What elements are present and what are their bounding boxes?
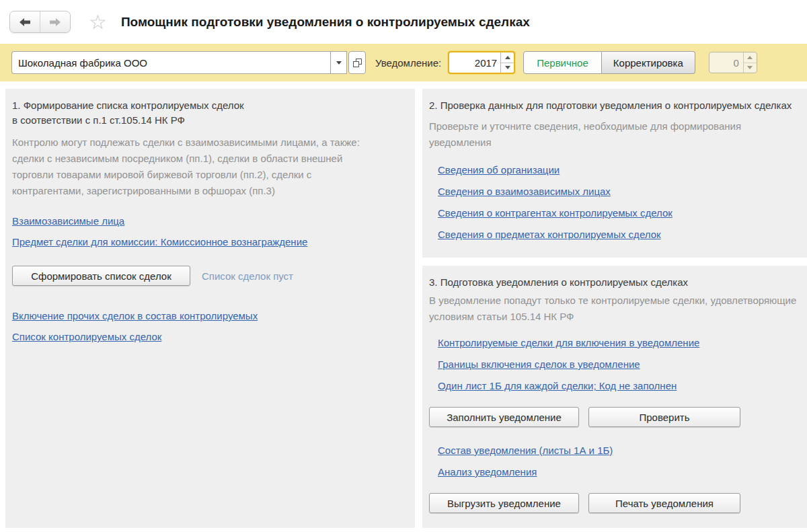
spin-down-icon — [747, 66, 753, 69]
correction-number-input: 0 — [709, 52, 743, 73]
link-commission-subject[interactable]: Предмет сделки для комиссии: Комиссионно… — [12, 237, 307, 248]
print-notification-button[interactable]: Печать уведомления — [588, 493, 740, 513]
primary-toggle-button[interactable]: Первичное — [523, 51, 602, 74]
header-bar: ☆ Помощник подготовки уведомления о конт… — [0, 0, 807, 44]
organization-choose-button[interactable] — [348, 51, 366, 74]
forward-button[interactable] — [40, 11, 70, 32]
step1-description: Контролю могут подлежать сделки с взаимо… — [12, 135, 362, 199]
right-column: 2. Проверка данных для подготовки уведом… — [422, 89, 807, 532]
year-spin-up-button[interactable] — [501, 52, 514, 63]
choose-window-icon — [353, 59, 362, 67]
step1-title-line1: 1. Формирование списка контролируемых сд… — [12, 98, 408, 113]
correction-toggle-button[interactable]: Корректировка — [602, 51, 695, 74]
link-controlled-transactions-list[interactable]: Список контролируемых сделок — [12, 332, 161, 342]
form-transaction-list-button[interactable]: Сформировать список сделок — [12, 266, 190, 286]
link-inclusion-boundaries[interactable]: Границы включения сделок в уведомление — [438, 359, 640, 370]
correction-spin-down-button — [744, 63, 757, 73]
main-area: 1. Формирование списка контролируемых сд… — [0, 81, 807, 532]
correction-spin-up-button — [744, 52, 757, 63]
spin-up-icon — [505, 56, 510, 59]
step3-panel: 3. Подготовка уведомления о контролируем… — [422, 266, 807, 528]
empty-list-note: Список сделок пуст — [202, 270, 293, 282]
link-notification-contents[interactable]: Состав уведомления (листы 1А и 1Б) — [438, 445, 613, 456]
link-organization-info[interactable]: Сведения об организации — [438, 165, 560, 176]
spin-up-icon — [747, 56, 753, 59]
year-field-group: 2017 — [448, 51, 515, 74]
step2-panel: 2. Проверка данных для подготовки уведом… — [422, 89, 807, 258]
back-arrow-icon — [18, 17, 32, 27]
link-notification-analysis[interactable]: Анализ уведомления — [438, 467, 537, 478]
spin-down-icon — [505, 66, 510, 69]
nav-button-group — [9, 11, 71, 33]
link-sheet-1b-per-transaction[interactable]: Один лист 1Б для каждой сделки; Код не з… — [438, 381, 677, 391]
link-interdependent-info[interactable]: Сведения о взаимозависимых лицах — [438, 186, 611, 197]
step1-title-line2: в соответствии с п.1 ст.105.14 НК РФ — [12, 113, 408, 128]
step1-title: 1. Формирование списка контролируемых сд… — [12, 98, 408, 128]
back-button[interactable] — [10, 11, 40, 32]
step2-title: 2. Проверка данных для подготовки уведом… — [429, 98, 800, 113]
link-interdependent-persons[interactable]: Взаимозависимые лица — [12, 216, 124, 227]
notification-type-toggle: Первичное Корректировка — [523, 51, 695, 74]
organization-combobox: Шоколадная фабрика ООО — [11, 51, 366, 74]
favorite-star-icon[interactable]: ☆ — [89, 12, 107, 32]
link-transaction-subjects-info[interactable]: Сведения о предметах контролируемых сдел… — [438, 229, 661, 240]
link-include-other-transactions[interactable]: Включение прочих сделок в состав контрол… — [12, 311, 258, 321]
chevron-down-icon — [336, 61, 342, 65]
step1-panel: 1. Формирование списка контролируемых сд… — [5, 89, 415, 528]
panel-gap — [422, 258, 807, 266]
step2-description: Проверьте и уточните сведения, необходим… — [429, 118, 800, 151]
page-title: Помощник подготовки уведомления о контро… — [121, 15, 530, 30]
toolbar: Шоколадная фабрика ООО Уведомление: 2017… — [0, 44, 807, 81]
link-transactions-for-notification[interactable]: Контролируемые сделки для включения в ув… — [438, 338, 699, 348]
check-button[interactable]: Проверить — [588, 407, 740, 427]
organization-input[interactable]: Шоколадная фабрика ООО — [11, 51, 330, 74]
link-counterparties-info[interactable]: Сведения о контрагентах контролируемых с… — [438, 208, 672, 219]
step3-title: 3. Подготовка уведомления о контролируем… — [429, 275, 800, 290]
notification-label: Уведомление: — [375, 57, 441, 69]
correction-number-field: 0 — [709, 52, 757, 73]
correction-number-spinner — [743, 52, 757, 73]
fill-notification-button[interactable]: Заполнить уведомление — [429, 407, 579, 427]
year-input[interactable]: 2017 — [449, 52, 500, 73]
forward-arrow-icon — [48, 17, 62, 27]
year-spin-down-button[interactable] — [501, 63, 514, 73]
organization-dropdown-button[interactable] — [330, 51, 347, 74]
year-spinner — [500, 52, 514, 73]
export-notification-button[interactable]: Выгрузить уведомление — [429, 493, 579, 513]
step3-description: В уведомление попадут только те контроли… — [429, 293, 800, 325]
